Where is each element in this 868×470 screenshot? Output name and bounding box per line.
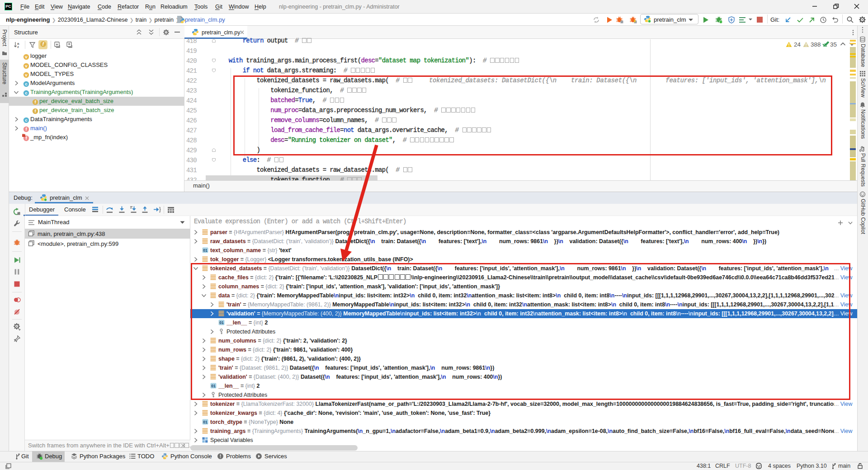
svg-text:c: c xyxy=(25,90,27,95)
svg-text:c: c xyxy=(25,81,27,86)
svg-text:v: v xyxy=(25,54,28,59)
svg-text:c: c xyxy=(25,118,27,122)
svg-text:01: 01 xyxy=(203,420,208,424)
svg-text:v: v xyxy=(25,63,28,68)
svg-text:z: z xyxy=(17,45,19,48)
svg-text:01: 01 xyxy=(203,248,208,253)
svg-text:v: v xyxy=(25,72,28,77)
